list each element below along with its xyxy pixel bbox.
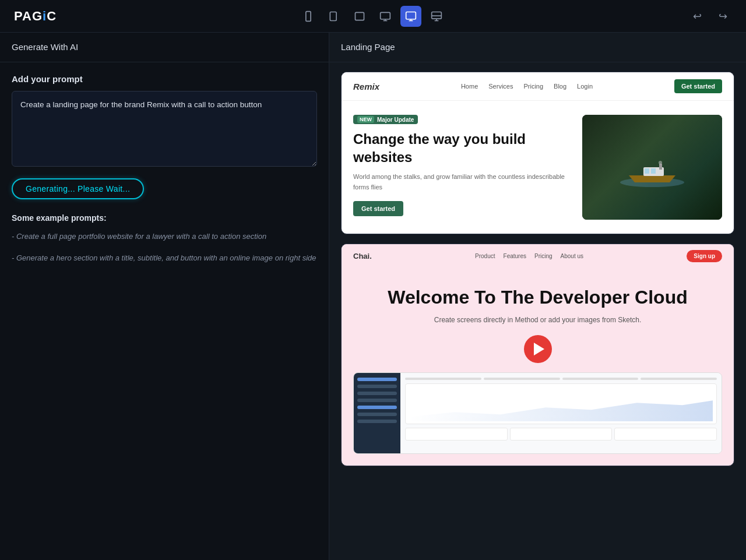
logo-text: PAGiC [14, 9, 57, 24]
remix-logo: Remix [353, 82, 379, 91]
remix-hero-image [582, 115, 722, 220]
view-mobile-button[interactable] [298, 6, 319, 27]
chai-dashboard-preview [353, 372, 722, 454]
chai-chart-line [409, 398, 713, 421]
svg-rect-9 [406, 12, 416, 19]
right-panel: Landing Page Remix Home Services Pricing… [329, 33, 746, 560]
chai-sidebar-item-6 [357, 413, 397, 416]
svg-rect-19 [651, 168, 656, 174]
chai-nav-pricing[interactable]: Pricing [534, 253, 553, 259]
topbar-actions: ↩ ↪ [688, 7, 732, 26]
svg-rect-20 [659, 164, 662, 170]
remix-preview-card[interactable]: Remix Home Services Pricing Blog Login G… [341, 72, 734, 234]
remix-hero-left: NEW Major Update Change the way you buil… [353, 115, 571, 220]
remix-badge-text: Major Update [377, 117, 414, 123]
chai-dash-chart [405, 383, 717, 424]
svg-rect-4 [355, 12, 364, 20]
view-monitor-button[interactable] [426, 6, 447, 27]
main-layout: Generate With AI Add your prompt Create … [0, 33, 746, 560]
remix-hero: NEW Major Update Change the way you buil… [342, 101, 734, 234]
prompt-label: Add your prompt [12, 74, 317, 84]
right-panel-header: Landing Page [329, 33, 746, 62]
left-panel-title: Generate With AI [12, 42, 78, 52]
example-item-2: - Generate a hero section with a title, … [12, 252, 317, 265]
chai-dash-header-row [405, 378, 717, 380]
chai-stat-1 [405, 428, 508, 441]
prompt-textarea[interactable]: Create a landing page for the brand Remi… [12, 91, 317, 167]
remix-nav-links: Home Services Pricing Blog Login [461, 83, 593, 90]
remix-nav-cta-button[interactable]: Get started [674, 79, 722, 93]
view-switcher [298, 6, 447, 27]
svg-rect-0 [305, 11, 310, 21]
chai-dashboard-main [400, 373, 722, 453]
chai-dash-header-3 [562, 378, 639, 380]
chai-dash-header-2 [484, 378, 560, 380]
chai-dash-stats [405, 428, 717, 441]
chai-hero: Welcome To The Developer Cloud Create sc… [342, 268, 734, 466]
chai-sidebar-item-5 [357, 406, 397, 409]
chai-stat-3 [614, 428, 717, 441]
chai-dashboard-sidebar [354, 373, 400, 453]
svg-rect-2 [330, 12, 336, 20]
chai-logo: Chai. [353, 252, 372, 260]
view-desktop-button[interactable] [400, 6, 421, 27]
remix-nav-home[interactable]: Home [461, 83, 478, 90]
examples-title: Some example prompts: [12, 213, 317, 223]
chai-nav-about[interactable]: About us [561, 253, 583, 259]
remix-hero-cta-button[interactable]: Get started [353, 201, 403, 216]
right-panel-title: Landing Page [341, 42, 395, 52]
chai-sidebar-item-7 [357, 420, 397, 423]
boat-icon [617, 153, 687, 188]
chai-sidebar-item-4 [357, 399, 397, 402]
undo-button[interactable]: ↩ [688, 7, 706, 26]
view-desktop-small-button[interactable] [375, 6, 396, 27]
remix-nav-pricing[interactable]: Pricing [523, 83, 543, 90]
remix-badge: NEW Major Update [353, 115, 418, 124]
redo-button[interactable]: ↪ [713, 7, 732, 26]
chai-stat-2 [510, 428, 613, 441]
right-panel-content: Remix Home Services Pricing Blog Login G… [329, 62, 746, 560]
chai-nav-links: Product Features Pricing About us [475, 253, 583, 259]
chai-hero-subtitle: Create screens directly in Method or add… [434, 315, 642, 326]
chai-dash-header-1 [405, 378, 481, 380]
remix-nav: Remix Home Services Pricing Blog Login G… [342, 72, 734, 101]
chai-nav-product[interactable]: Product [475, 253, 495, 259]
chai-nav-features[interactable]: Features [504, 253, 526, 259]
chai-dash-header-4 [641, 378, 717, 380]
logo-dot: i [43, 9, 47, 23]
remix-hero-img-container [582, 115, 722, 220]
example-item-1: - Create a full page portfolio website f… [12, 231, 317, 243]
left-panel-header: Generate With AI [0, 33, 329, 62]
generate-button[interactable]: Generating... Please Wait... [12, 178, 144, 199]
chai-nav-cta-button[interactable]: Sign up [687, 250, 722, 262]
left-panel: Generate With AI Add your prompt Create … [0, 33, 329, 560]
chai-nav: Chai. Product Features Pricing About us … [342, 244, 734, 268]
remix-badge-new: NEW [357, 116, 374, 123]
chai-sidebar-item-3 [357, 392, 397, 395]
svg-rect-18 [645, 168, 649, 174]
chai-sidebar-item-1 [357, 378, 397, 381]
remix-nav-blog[interactable]: Blog [554, 83, 566, 90]
remix-hero-subtitle: World among the stalks, and grow familia… [353, 172, 571, 192]
chai-preview-card[interactable]: Chai. Product Features Pricing About us … [341, 244, 734, 466]
remix-nav-services[interactable]: Services [488, 83, 513, 90]
view-tablet-small-button[interactable] [323, 6, 344, 27]
chai-hero-title: Welcome To The Developer Cloud [388, 286, 687, 309]
chai-play-button[interactable] [524, 335, 552, 363]
svg-point-21 [659, 161, 662, 164]
remix-hero-title: Change the way you build websites [353, 130, 571, 166]
chai-sidebar-item-2 [357, 385, 397, 388]
svg-rect-6 [380, 12, 390, 19]
left-panel-content: Add your prompt Create a landing page fo… [0, 62, 329, 560]
remix-nav-login[interactable]: Login [577, 83, 593, 90]
view-tablet-button[interactable] [349, 6, 370, 27]
examples-section: Some example prompts: - Create a full pa… [12, 213, 317, 265]
topbar: PAGiC ↩ ↪ [0, 0, 746, 33]
logo: PAGiC [14, 9, 57, 24]
